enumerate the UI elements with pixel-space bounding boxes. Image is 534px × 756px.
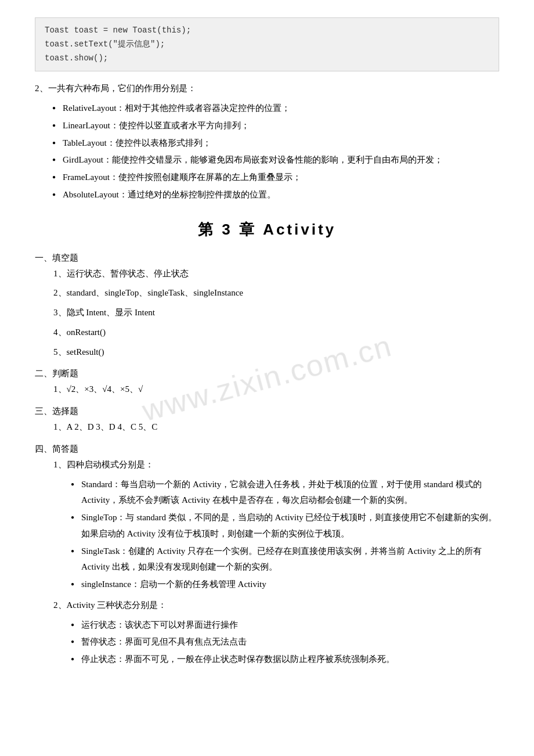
judge-section: 二、判断题 1、√2、×3、√4、×5、√	[35, 368, 499, 398]
code-block: Toast toast = new Toast(this); toast.set…	[35, 17, 499, 71]
list-item: GirdLayout：能使控件交错显示，能够避免因布局嵌套对设备性能的影响，更利…	[52, 152, 499, 168]
q1-block: 1、四种启动模式分别是： Standard：每当启动一个新的 Activity，…	[35, 457, 499, 593]
choice-item-1: 1、A 2、D 3、D 4、C 5、C	[53, 419, 499, 435]
q1-item-3: SingleTask：创建的 Activity 只存在一个实例。已经存在则直接使…	[71, 543, 499, 576]
q2-header: 2、Activity 三种状态分别是：	[53, 597, 499, 614]
choice-section: 三、选择题 1、A 2、D 3、D 4、C 5、C	[35, 406, 499, 435]
fill-blank-item-1: 1、运行状态、暂停状态、停止状态	[53, 266, 499, 282]
fill-blank-section: 一、填空题 1、运行状态、暂停状态、停止状态 2、standard、single…	[35, 253, 499, 361]
fill-blank-item-3: 3、隐式 Intent、显示 Intent	[53, 305, 499, 321]
q1-item-4: singleInstance：启动一个新的任务栈管理 Activity	[71, 577, 499, 593]
list-item: AbsoluteLayout：通过绝对的坐标控制控件摆放的位置。	[52, 187, 499, 203]
q2-block: 2、Activity 三种状态分别是： 运行状态：该状态下可以对界面进行操作 暂…	[35, 597, 499, 668]
list-item: FrameLayout：使控件按照创建顺序在屏幕的左上角重叠显示；	[52, 170, 499, 186]
short-answer-header: 四、简答题	[35, 444, 499, 455]
chapter-title: 第 3 章 Activity	[35, 219, 499, 240]
choice-items: 1、A 2、D 3、D 4、C 5、C	[35, 419, 499, 435]
q1-list: Standard：每当启动一个新的 Activity，它就会进入任务栈，并处于栈…	[53, 477, 499, 593]
layout-list: RelativeLayout：相对于其他控件或者容器决定控件的位置； Linea…	[35, 100, 499, 203]
q2-item-2: 暂停状态：界面可见但不具有焦点无法点击	[71, 634, 499, 650]
fill-blank-header: 一、填空题	[35, 253, 499, 264]
fill-blank-items: 1、运行状态、暂停状态、停止状态 2、standard、singleTop、si…	[35, 266, 499, 361]
choice-header: 三、选择题	[35, 406, 499, 417]
q2-item-1: 运行状态：该状态下可以对界面进行操作	[71, 617, 499, 633]
code-line-3: toast.show();	[45, 52, 489, 66]
fill-blank-item-2: 2、standard、singleTop、singleTask、singleIn…	[53, 285, 499, 301]
fill-blank-item-5: 5、setResult()	[53, 344, 499, 361]
q2-item-3: 停止状态：界面不可见，一般在停止状态时保存数据以防止程序被系统强制杀死。	[71, 651, 499, 668]
q2-list: 运行状态：该状态下可以对界面进行操作 暂停状态：界面可见但不具有焦点无法点击 停…	[53, 617, 499, 668]
judge-items: 1、√2、×3、√4、×5、√	[35, 381, 499, 398]
fill-blank-item-4: 4、onRestart()	[53, 325, 499, 341]
list-item: TableLayout：使控件以表格形式排列；	[52, 135, 499, 152]
list-item: LinearLayout：使控件以竖直或者水平方向排列；	[52, 118, 499, 134]
judge-header: 二、判断题	[35, 368, 499, 379]
code-line-1: Toast toast = new Toast(this);	[45, 24, 489, 38]
judge-item-1: 1、√2、×3、√4、×5、√	[53, 381, 499, 398]
intro-text: 2、一共有六种布局，它们的作用分别是：	[35, 81, 499, 97]
short-answer-section: 四、简答题 1、四种启动模式分别是： Standard：每当启动一个新的 Act…	[35, 444, 499, 668]
code-line-2: toast.setText("提示信息");	[45, 38, 489, 52]
list-item: RelativeLayout：相对于其他控件或者容器决定控件的位置；	[52, 100, 499, 117]
q1-header: 1、四种启动模式分别是：	[53, 457, 499, 473]
q1-item-1: Standard：每当启动一个新的 Activity，它就会进入任务栈，并处于栈…	[71, 477, 499, 509]
q1-item-2: SingleTop：与 standard 类似，不同的是，当启动的 Activi…	[71, 510, 499, 542]
